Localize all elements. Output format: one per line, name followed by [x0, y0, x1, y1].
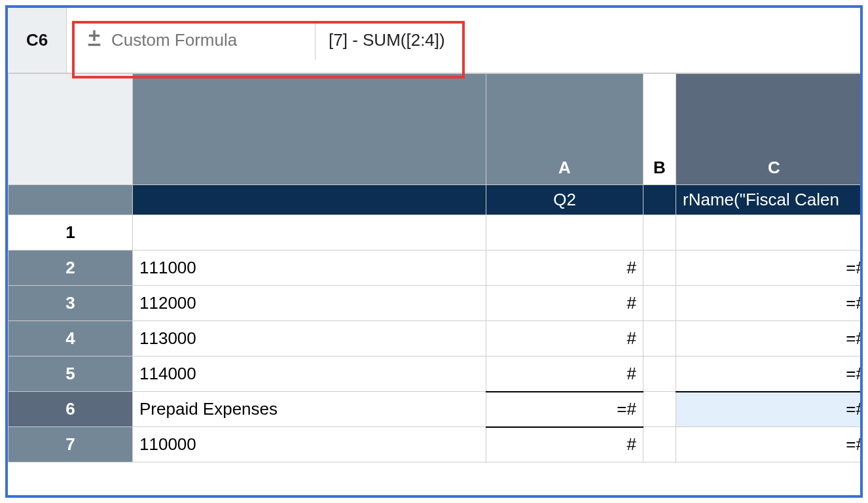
column-header-row: A B C: [9, 74, 861, 185]
custom-formula-label: Custom Formula: [111, 30, 237, 50]
header-label-blank[interactable]: [133, 74, 486, 185]
row-number[interactable]: 3: [9, 286, 133, 321]
cell-b[interactable]: [643, 356, 676, 392]
row-label-cell[interactable]: 113000: [133, 321, 486, 356]
row-label-cell[interactable]: 111000: [133, 251, 486, 286]
cell-reference-box[interactable]: C6: [8, 8, 67, 73]
cell-c[interactable]: =#: [676, 286, 861, 321]
cell-a[interactable]: #: [486, 356, 643, 392]
table-row: 4113000#=#: [9, 321, 861, 356]
cell-a[interactable]: [486, 215, 643, 251]
column-header-a[interactable]: A: [486, 74, 643, 185]
cell-b[interactable]: [643, 286, 676, 321]
subheader-b[interactable]: [643, 185, 676, 215]
cell-b[interactable]: [643, 321, 676, 356]
cell-c[interactable]: =#: [676, 427, 861, 462]
column-header-c[interactable]: C: [676, 74, 861, 185]
cell-b[interactable]: [643, 215, 676, 251]
app-frame: C6 Custom Formula [7] - SUM([2:4]): [5, 5, 863, 498]
spreadsheet-table: A B C Q2 rName("Fiscal Calen 12111000#=#…: [8, 73, 860, 462]
table-row: 2111000#=#: [9, 251, 861, 286]
cell-a[interactable]: #: [486, 286, 643, 321]
plus-underline-icon: [85, 29, 103, 52]
row-number[interactable]: 6: [9, 392, 133, 427]
subheader-c[interactable]: rName("Fiscal Calen: [676, 185, 861, 215]
row-label-cell[interactable]: [133, 215, 486, 251]
row-number[interactable]: 5: [9, 356, 133, 392]
cell-a[interactable]: =#: [486, 392, 643, 427]
table-row: 5114000#=#: [9, 356, 861, 392]
row-number[interactable]: 1: [9, 215, 133, 251]
cell-b[interactable]: [643, 251, 676, 286]
formula-input[interactable]: [7] - SUM([2:4]): [316, 30, 458, 50]
subheader-label[interactable]: [133, 185, 486, 215]
subheader-row: Q2 rName("Fiscal Calen: [9, 185, 861, 215]
row-number[interactable]: 7: [9, 427, 133, 462]
spreadsheet-area[interactable]: A B C Q2 rName("Fiscal Calen 12111000#=#…: [8, 73, 860, 462]
table-row: 3112000#=#: [9, 286, 861, 321]
table-row: 6Prepaid Expenses=#=#: [9, 392, 861, 427]
cell-a[interactable]: #: [486, 251, 643, 286]
header-corner: [9, 74, 133, 185]
subheader-a[interactable]: Q2: [486, 185, 643, 215]
custom-formula-button[interactable]: Custom Formula: [73, 21, 316, 60]
table-row: 1: [9, 215, 861, 251]
cell-c[interactable]: =#: [676, 356, 861, 392]
cell-a[interactable]: #: [486, 321, 643, 356]
row-number[interactable]: 4: [9, 321, 133, 356]
subheader-rownum: [9, 185, 133, 215]
cell-c[interactable]: [676, 215, 861, 251]
cell-c[interactable]: =#: [676, 321, 861, 356]
cell-a[interactable]: #: [486, 427, 643, 462]
cell-c[interactable]: =#: [676, 392, 861, 427]
cell-c[interactable]: =#: [676, 251, 861, 286]
table-row: 7110000#=#: [9, 427, 861, 462]
cell-b[interactable]: [643, 427, 676, 462]
row-label-cell[interactable]: 114000: [133, 356, 486, 392]
row-label-cell[interactable]: Prepaid Expenses: [133, 392, 486, 427]
formula-bar: C6 Custom Formula [7] - SUM([2:4]): [8, 8, 860, 73]
row-label-cell[interactable]: 112000: [133, 286, 486, 321]
cell-b[interactable]: [643, 392, 676, 427]
column-header-b[interactable]: B: [643, 74, 676, 185]
row-number[interactable]: 2: [9, 251, 133, 286]
row-label-cell[interactable]: 110000: [133, 427, 486, 462]
